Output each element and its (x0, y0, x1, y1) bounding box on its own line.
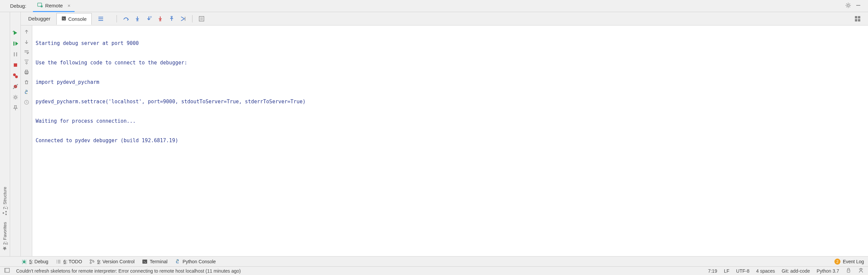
svg-point-31 (90, 260, 91, 261)
settings-button[interactable] (10, 92, 21, 103)
git-branch[interactable]: Git: add-code (782, 268, 810, 274)
debug-label: Debug: (10, 3, 26, 9)
debugger-tabs-row: Debugger Console M (21, 12, 868, 26)
line-separator[interactable]: LF (724, 268, 729, 274)
left-tool-window-bar: 7: Structure 2: Favorites (0, 12, 10, 256)
ide-features-icon[interactable] (858, 267, 864, 274)
svg-rect-9 (14, 63, 17, 67)
close-icon[interactable]: × (67, 3, 70, 8)
svg-point-33 (93, 261, 94, 262)
layout-settings-button[interactable] (852, 14, 863, 24)
svg-text:M: M (150, 16, 152, 18)
lock-icon[interactable] (846, 268, 851, 274)
svg-rect-37 (5, 268, 6, 272)
svg-point-27 (26, 91, 26, 91)
gear-icon[interactable] (845, 2, 851, 9)
todo-tool-button[interactable]: 6: TODO (56, 259, 82, 264)
resume-button[interactable] (10, 38, 21, 49)
scroll-to-end-button[interactable] (21, 57, 32, 67)
svg-rect-14 (62, 16, 66, 21)
python-prompt-button[interactable] (21, 87, 32, 97)
svg-rect-23 (858, 19, 860, 22)
file-encoding[interactable]: UTF-8 (736, 268, 749, 274)
svg-rect-6 (13, 42, 14, 46)
svg-point-10 (13, 73, 16, 76)
favorites-tool-button[interactable]: 2: Favorites (2, 219, 7, 253)
svg-point-2 (847, 4, 849, 6)
structure-tool-button[interactable]: 7: Structure (2, 184, 7, 218)
svg-rect-18 (170, 16, 173, 17)
debug-config-tab[interactable]: Remote × (33, 0, 74, 12)
soft-wrap-button[interactable] (21, 47, 32, 57)
console-gutter (21, 26, 32, 256)
run-to-cursor-button[interactable] (178, 14, 188, 24)
scroll-down-button[interactable] (21, 37, 32, 47)
cursor-position[interactable]: 7:19 (708, 268, 717, 274)
svg-rect-15 (136, 21, 138, 21)
python-config-icon (37, 2, 43, 9)
event-log-tool-button[interactable]: 2 Event Log (834, 259, 864, 265)
console-icon (61, 16, 66, 22)
python-console-tool-button[interactable]: Python Console (175, 259, 216, 264)
svg-point-30 (23, 261, 26, 263)
step-into-mycode-button[interactable]: M (144, 14, 154, 24)
svg-rect-17 (159, 21, 161, 21)
version-control-tool-button[interactable]: 9: Version Control (89, 259, 134, 264)
svg-rect-38 (847, 270, 850, 272)
svg-point-32 (90, 262, 91, 264)
console-line: Starting debug server at port 9000 (36, 40, 865, 47)
margin-icon[interactable] (4, 267, 10, 274)
evaluate-expression-button[interactable] (196, 14, 207, 24)
svg-rect-34 (143, 260, 147, 264)
mute-breakpoints-button[interactable] (10, 81, 21, 92)
svg-point-28 (27, 93, 28, 94)
debug-config-name: Remote (45, 3, 63, 8)
svg-point-35 (177, 260, 177, 261)
minimize-icon[interactable] (855, 2, 861, 9)
threads-button[interactable] (96, 14, 106, 24)
svg-rect-22 (855, 19, 857, 22)
force-step-into-button[interactable] (155, 14, 165, 24)
svg-rect-25 (26, 70, 28, 71)
svg-rect-8 (16, 52, 17, 56)
svg-rect-21 (858, 16, 860, 19)
svg-rect-20 (855, 16, 857, 19)
svg-rect-7 (14, 52, 15, 56)
console-line: Connected to pydev debugger (build 192.6… (36, 137, 865, 144)
print-button[interactable] (21, 67, 32, 77)
pause-button[interactable] (10, 49, 21, 60)
svg-rect-3 (6, 214, 7, 215)
svg-point-39 (860, 268, 862, 270)
history-button[interactable] (21, 97, 32, 107)
tab-console[interactable]: Console (56, 13, 92, 25)
debug-panel-header: Debug: Remote × (0, 0, 868, 12)
view-breakpoints-button[interactable] (10, 70, 21, 81)
scroll-up-button[interactable] (21, 27, 32, 37)
console-output[interactable]: Starting debug server at port 9000 Use t… (32, 26, 868, 256)
console-line: import pydevd_pycharm (36, 78, 865, 86)
indent-setting[interactable]: 4 spaces (756, 268, 775, 274)
rerun-button[interactable] (10, 28, 21, 38)
svg-point-1 (41, 5, 43, 7)
terminal-tool-button[interactable]: Terminal (142, 259, 167, 264)
console-line: Waiting for process connection... (36, 117, 865, 125)
svg-rect-5 (3, 212, 4, 214)
debug-tool-button[interactable]: 5: Debug (22, 259, 49, 264)
clear-button[interactable] (21, 77, 32, 87)
pin-button[interactable] (10, 103, 21, 113)
event-count-badge: 2 (834, 259, 840, 265)
console-line: Use the following code to connect to the… (36, 59, 865, 66)
status-bar: Couldn't refresh skeletons for remote in… (0, 266, 868, 275)
tab-debugger[interactable]: Debugger (24, 13, 55, 24)
status-message: Couldn't refresh skeletons for remote in… (16, 268, 241, 274)
svg-point-13 (14, 96, 17, 98)
svg-point-11 (15, 75, 18, 78)
step-out-button[interactable] (166, 14, 177, 24)
console-line: pydevd_pycharm.settrace('localhost', por… (36, 98, 865, 105)
step-over-button[interactable] (121, 14, 131, 24)
bottom-tool-strip: 5: Debug 6: TODO 9: Version Control Term… (0, 256, 868, 266)
python-interpreter[interactable]: Python 3.7 (816, 268, 839, 274)
debug-run-controls (10, 12, 21, 256)
step-into-button[interactable] (132, 14, 143, 24)
stop-button[interactable] (10, 60, 21, 70)
